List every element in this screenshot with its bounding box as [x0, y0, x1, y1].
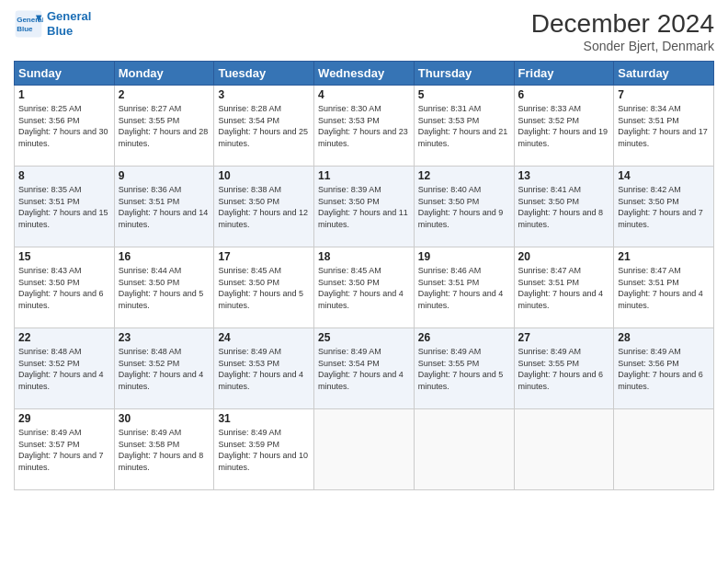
day-info: Sunrise: 8:48 AM Sunset: 3:52 PM Dayligh…: [18, 346, 110, 392]
calendar-day-header: Tuesday: [214, 62, 314, 86]
day-info: Sunrise: 8:49 AM Sunset: 3:56 PM Dayligh…: [618, 346, 710, 392]
day-number: 8: [18, 169, 110, 182]
day-info: Sunrise: 8:49 AM Sunset: 3:59 PM Dayligh…: [218, 427, 310, 473]
calendar-day-cell: 1 Sunrise: 8:25 AM Sunset: 3:56 PM Dayli…: [15, 86, 115, 167]
day-number: 1: [18, 88, 110, 101]
day-number: 9: [119, 169, 210, 182]
calendar-day-cell: 23 Sunrise: 8:48 AM Sunset: 3:52 PM Dayl…: [114, 328, 214, 409]
calendar-day-cell: 6 Sunrise: 8:33 AM Sunset: 3:52 PM Dayli…: [514, 86, 614, 167]
calendar-day-cell: 7 Sunrise: 8:34 AM Sunset: 3:51 PM Dayli…: [614, 86, 714, 167]
calendar-day-cell: 14 Sunrise: 8:42 AM Sunset: 3:50 PM Dayl…: [614, 167, 714, 247]
day-number: 13: [518, 169, 610, 182]
calendar-day-cell: 15 Sunrise: 8:43 AM Sunset: 3:50 PM Dayl…: [15, 247, 115, 328]
calendar-day-cell: 16 Sunrise: 8:44 AM Sunset: 3:50 PM Dayl…: [114, 247, 214, 328]
day-number: 29: [18, 412, 110, 425]
day-number: 31: [218, 412, 310, 425]
calendar-day-cell: [614, 409, 714, 490]
day-number: 6: [518, 88, 610, 101]
calendar-day-cell: 4 Sunrise: 8:30 AM Sunset: 3:53 PM Dayli…: [314, 86, 415, 167]
calendar-header-row: SundayMondayTuesdayWednesdayThursdayFrid…: [15, 62, 714, 86]
day-info: Sunrise: 8:33 AM Sunset: 3:52 PM Dayligh…: [518, 103, 610, 149]
day-number: 22: [18, 331, 110, 344]
day-info: Sunrise: 8:38 AM Sunset: 3:50 PM Dayligh…: [218, 184, 310, 230]
calendar-day-header: Thursday: [414, 62, 514, 86]
day-info: Sunrise: 8:28 AM Sunset: 3:54 PM Dayligh…: [218, 103, 310, 149]
calendar-day-header: Friday: [514, 62, 614, 86]
calendar-day-cell: 9 Sunrise: 8:36 AM Sunset: 3:51 PM Dayli…: [114, 167, 214, 247]
calendar-day-cell: 17 Sunrise: 8:45 AM Sunset: 3:50 PM Dayl…: [214, 247, 314, 328]
calendar-day-header: Sunday: [15, 62, 115, 86]
calendar-day-cell: [514, 409, 614, 490]
day-number: 2: [119, 88, 210, 101]
svg-text:Blue: Blue: [17, 25, 33, 33]
day-number: 5: [418, 88, 510, 101]
calendar-day-cell: 27 Sunrise: 8:49 AM Sunset: 3:55 PM Dayl…: [514, 328, 614, 409]
calendar-week-row: 22 Sunrise: 8:48 AM Sunset: 3:52 PM Dayl…: [15, 328, 714, 409]
calendar-day-cell: 11 Sunrise: 8:39 AM Sunset: 3:50 PM Dayl…: [314, 167, 415, 247]
day-number: 4: [318, 88, 410, 101]
day-info: Sunrise: 8:45 AM Sunset: 3:50 PM Dayligh…: [218, 265, 310, 311]
day-info: Sunrise: 8:49 AM Sunset: 3:58 PM Dayligh…: [119, 427, 210, 473]
calendar-table: SundayMondayTuesdayWednesdayThursdayFrid…: [14, 61, 714, 490]
calendar-day-cell: 5 Sunrise: 8:31 AM Sunset: 3:53 PM Dayli…: [414, 86, 514, 167]
day-number: 26: [418, 331, 510, 344]
day-info: Sunrise: 8:44 AM Sunset: 3:50 PM Dayligh…: [119, 265, 210, 311]
day-info: Sunrise: 8:30 AM Sunset: 3:53 PM Dayligh…: [318, 103, 410, 149]
calendar-day-cell: 2 Sunrise: 8:27 AM Sunset: 3:55 PM Dayli…: [114, 86, 214, 167]
day-number: 18: [318, 250, 410, 263]
day-number: 21: [618, 250, 710, 263]
day-number: 25: [318, 331, 410, 344]
logo-text: General Blue: [47, 9, 91, 38]
day-number: 11: [318, 169, 410, 182]
calendar-day-cell: 19 Sunrise: 8:46 AM Sunset: 3:51 PM Dayl…: [414, 247, 514, 328]
day-number: 10: [218, 169, 310, 182]
day-number: 20: [518, 250, 610, 263]
day-number: 28: [618, 331, 710, 344]
header: General Blue General Blue December 2024 …: [14, 9, 714, 53]
day-info: Sunrise: 8:41 AM Sunset: 3:50 PM Dayligh…: [518, 184, 610, 230]
day-number: 30: [119, 412, 210, 425]
calendar-day-cell: 12 Sunrise: 8:40 AM Sunset: 3:50 PM Dayl…: [414, 167, 514, 247]
day-info: Sunrise: 8:46 AM Sunset: 3:51 PM Dayligh…: [418, 265, 510, 311]
day-info: Sunrise: 8:49 AM Sunset: 3:55 PM Dayligh…: [418, 346, 510, 392]
day-number: 3: [218, 88, 310, 101]
day-number: 19: [418, 250, 510, 263]
day-info: Sunrise: 8:31 AM Sunset: 3:53 PM Dayligh…: [418, 103, 510, 149]
day-info: Sunrise: 8:40 AM Sunset: 3:50 PM Dayligh…: [418, 184, 510, 230]
day-info: Sunrise: 8:45 AM Sunset: 3:50 PM Dayligh…: [318, 265, 410, 311]
calendar-week-row: 15 Sunrise: 8:43 AM Sunset: 3:50 PM Dayl…: [15, 247, 714, 328]
day-info: Sunrise: 8:47 AM Sunset: 3:51 PM Dayligh…: [518, 265, 610, 311]
calendar-day-cell: 21 Sunrise: 8:47 AM Sunset: 3:51 PM Dayl…: [614, 247, 714, 328]
calendar-week-row: 8 Sunrise: 8:35 AM Sunset: 3:51 PM Dayli…: [15, 167, 714, 247]
calendar-day-cell: 24 Sunrise: 8:49 AM Sunset: 3:53 PM Dayl…: [214, 328, 314, 409]
calendar-day-cell: 29 Sunrise: 8:49 AM Sunset: 3:57 PM Dayl…: [15, 409, 115, 490]
day-info: Sunrise: 8:49 AM Sunset: 3:57 PM Dayligh…: [18, 427, 110, 473]
calendar-day-cell: 20 Sunrise: 8:47 AM Sunset: 3:51 PM Dayl…: [514, 247, 614, 328]
calendar-week-row: 1 Sunrise: 8:25 AM Sunset: 3:56 PM Dayli…: [15, 86, 714, 167]
day-number: 17: [218, 250, 310, 263]
day-number: 27: [518, 331, 610, 344]
calendar-day-header: Saturday: [614, 62, 714, 86]
calendar-week-row: 29 Sunrise: 8:49 AM Sunset: 3:57 PM Dayl…: [15, 409, 714, 490]
calendar-day-cell: 28 Sunrise: 8:49 AM Sunset: 3:56 PM Dayl…: [614, 328, 714, 409]
month-year: December 2024: [531, 9, 714, 39]
calendar-day-cell: 8 Sunrise: 8:35 AM Sunset: 3:51 PM Dayli…: [15, 167, 115, 247]
day-info: Sunrise: 8:42 AM Sunset: 3:50 PM Dayligh…: [618, 184, 710, 230]
calendar-day-cell: 3 Sunrise: 8:28 AM Sunset: 3:54 PM Dayli…: [214, 86, 314, 167]
day-info: Sunrise: 8:49 AM Sunset: 3:54 PM Dayligh…: [318, 346, 410, 392]
calendar-day-cell: 31 Sunrise: 8:49 AM Sunset: 3:59 PM Dayl…: [214, 409, 314, 490]
day-info: Sunrise: 8:43 AM Sunset: 3:50 PM Dayligh…: [18, 265, 110, 311]
day-number: 15: [18, 250, 110, 263]
day-info: Sunrise: 8:36 AM Sunset: 3:51 PM Dayligh…: [119, 184, 210, 230]
logo-icon: General Blue: [14, 9, 43, 39]
calendar-day-cell: [414, 409, 514, 490]
day-number: 24: [218, 331, 310, 344]
calendar-day-cell: 18 Sunrise: 8:45 AM Sunset: 3:50 PM Dayl…: [314, 247, 415, 328]
day-number: 12: [418, 169, 510, 182]
calendar-day-cell: 22 Sunrise: 8:48 AM Sunset: 3:52 PM Dayl…: [15, 328, 115, 409]
calendar-day-cell: 25 Sunrise: 8:49 AM Sunset: 3:54 PM Dayl…: [314, 328, 415, 409]
calendar-day-header: Wednesday: [314, 62, 415, 86]
day-info: Sunrise: 8:34 AM Sunset: 3:51 PM Dayligh…: [618, 103, 710, 149]
day-info: Sunrise: 8:47 AM Sunset: 3:51 PM Dayligh…: [618, 265, 710, 311]
calendar-day-cell: 13 Sunrise: 8:41 AM Sunset: 3:50 PM Dayl…: [514, 167, 614, 247]
